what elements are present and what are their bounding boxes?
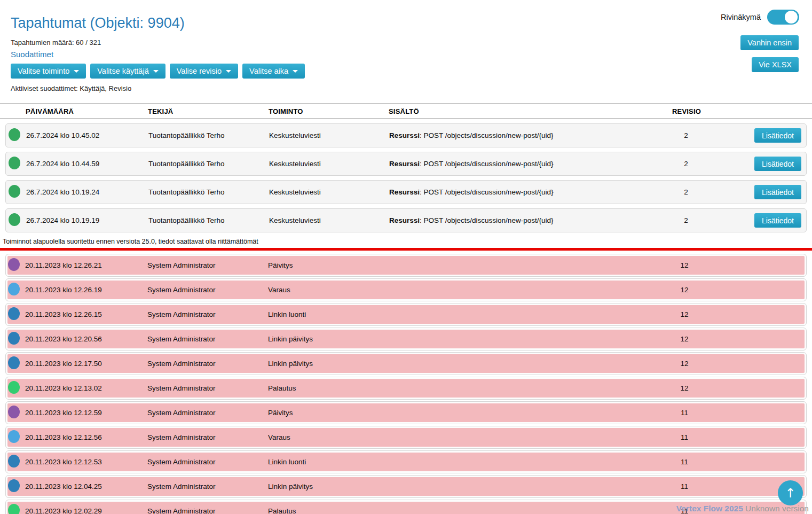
row-revision: 2 <box>657 131 715 139</box>
filter-action-dropdown[interactable]: Valitse toiminto <box>11 64 86 79</box>
chevron-down-icon <box>226 70 231 73</box>
scroll-to-top-button[interactable]: ↑ <box>778 480 803 505</box>
row-date: 26.7.2024 klo 10.44.59 <box>26 160 148 168</box>
row-content: Resurssi: POST /objects/discussion/new-p… <box>389 131 657 139</box>
row-stripe: 20.11.2023 klo 12.12.53 System Administr… <box>7 453 805 471</box>
table-row: 20.11.2023 klo 12.04.25 System Administr… <box>5 475 807 498</box>
brand-name: Vertex Flow 2025 <box>676 504 743 513</box>
row-stripe: 20.11.2023 klo 12.26.19 System Administr… <box>7 281 805 299</box>
table-row: 26.7.2024 klo 10.44.59 Tuotantopäällikkö… <box>5 152 807 176</box>
table-row: 20.11.2023 klo 12.13.02 System Administr… <box>5 377 807 400</box>
arrow-up-icon: ↑ <box>785 486 795 501</box>
row-revision: 12 <box>655 360 714 368</box>
row-action: Linkin päivitys <box>268 335 388 343</box>
row-action: Päivitys <box>268 261 388 269</box>
table-row: 20.11.2023 klo 12.20.56 System Administr… <box>5 328 807 351</box>
row-user: Tuotantopäällikkö Terho <box>148 188 269 196</box>
row-date: 20.11.2023 klo 12.13.02 <box>25 384 147 392</box>
column-header-date: PÄIVÄMÄÄRÄ <box>26 107 148 115</box>
table-row: 20.11.2023 klo 12.12.56 System Administr… <box>5 426 807 449</box>
row-date: 20.11.2023 klo 12.12.56 <box>25 433 147 441</box>
row-stripe: 26.7.2024 klo 10.45.02 Tuotantopäällikkö… <box>6 124 806 147</box>
details-button[interactable]: Lisätiedot <box>754 128 801 143</box>
filter-user-dropdown[interactable]: Valitse käyttäjä <box>90 64 165 79</box>
details-button[interactable]: Lisätiedot <box>754 185 801 199</box>
column-header-revision: REVISIO <box>657 107 716 115</box>
details-button[interactable]: Lisätiedot <box>754 157 801 171</box>
row-user: System Administrator <box>147 409 268 417</box>
row-date: 20.11.2023 klo 12.17.50 <box>25 360 147 368</box>
row-date: 20.11.2023 klo 12.26.19 <box>25 286 147 294</box>
status-dot <box>8 479 20 492</box>
table-row: 20.11.2023 klo 12.26.15 System Administr… <box>5 303 807 326</box>
row-action: Palautus <box>268 507 388 514</box>
status-dot <box>9 157 20 169</box>
row-action: Linkin luonti <box>268 458 388 466</box>
chevron-down-icon <box>153 70 159 73</box>
legacy-warning-divider <box>0 248 812 251</box>
legacy-warning-text: Toiminnot alapuolella suoritettu ennen v… <box>3 238 812 245</box>
row-action: Linkin luonti <box>268 310 388 318</box>
row-action: Varaus <box>268 433 388 441</box>
row-stripe: 26.7.2024 klo 10.44.59 Tuotantopäällikkö… <box>6 152 806 175</box>
row-user: System Administrator <box>147 286 268 294</box>
row-action: Linkin päivitys <box>268 360 388 368</box>
chevron-down-icon <box>293 70 298 73</box>
row-action: Keskusteluviesti <box>269 216 389 224</box>
brand-version: Unknown version <box>745 504 809 513</box>
row-stripe: 20.11.2023 klo 12.13.02 System Administr… <box>7 379 805 398</box>
row-date: 20.11.2023 klo 12.20.56 <box>25 335 147 343</box>
status-dot <box>9 185 20 198</box>
row-action: Palautus <box>268 384 388 392</box>
table-row: 26.7.2024 klo 10.45.02 Tuotantopäällikkö… <box>5 123 807 147</box>
row-date: 26.7.2024 klo 10.19.24 <box>26 188 148 196</box>
row-user: System Administrator <box>147 261 268 269</box>
row-content: Resurssi: POST /objects/discussion/new-p… <box>389 216 657 224</box>
row-revision: 11 <box>655 458 714 466</box>
row-revision: 2 <box>657 188 715 196</box>
row-user: Tuotantopäällikkö Terho <box>148 160 269 168</box>
sort-order-button[interactable]: Vanhin ensin <box>740 35 799 50</box>
filter-revision-dropdown[interactable]: Valise revisio <box>170 64 238 79</box>
row-stripe: 20.11.2023 klo 12.17.50 System Administr… <box>7 354 805 373</box>
row-revision: 11 <box>655 433 714 441</box>
filters-link[interactable]: Suodattimet <box>11 50 53 59</box>
row-view-toggle[interactable] <box>767 10 799 25</box>
status-dot <box>8 332 20 345</box>
status-dot <box>8 455 20 468</box>
row-stripe: 20.11.2023 klo 12.12.56 System Administr… <box>7 428 805 447</box>
row-revision: 11 <box>655 409 714 417</box>
row-revision: 12 <box>655 310 714 318</box>
toggle-knob <box>785 11 798 24</box>
row-user: System Administrator <box>147 458 268 466</box>
row-stripe: 20.11.2023 klo 12.04.25 System Administr… <box>7 477 805 496</box>
row-user: System Administrator <box>147 310 268 318</box>
table-row: 20.11.2023 klo 12.12.59 System Administr… <box>5 401 807 424</box>
row-date: 20.11.2023 klo 12.02.29 <box>25 507 147 514</box>
status-dot <box>8 356 20 369</box>
row-user: System Administrator <box>147 507 268 514</box>
status-dot <box>8 406 20 418</box>
status-dot <box>8 258 20 271</box>
export-xlsx-button[interactable]: Vie XLSX <box>752 57 799 72</box>
row-action: Keskusteluviesti <box>269 160 389 168</box>
status-dot <box>8 307 20 320</box>
row-stripe: 26.7.2024 klo 10.19.19 Tuotantopäällikkö… <box>6 209 806 232</box>
active-filters-text: Aktiiviset suodattimet: Käyttäjä, Revisi… <box>11 84 812 92</box>
row-user: System Administrator <box>147 433 268 441</box>
table-row: 26.7.2024 klo 10.19.19 Tuotantopäällikkö… <box>5 208 807 232</box>
column-header-content: SISÄLTÖ <box>389 107 657 115</box>
row-user: Tuotantopäällikkö Terho <box>148 131 269 139</box>
table-row: 20.11.2023 klo 12.12.53 System Administr… <box>5 450 807 473</box>
row-stripe: 20.11.2023 klo 12.20.56 System Administr… <box>7 330 805 348</box>
row-date: 20.11.2023 klo 12.26.21 <box>25 261 147 269</box>
filter-revision-label: Valise revisio <box>177 67 222 75</box>
filter-time-dropdown[interactable]: Valitse aika <box>242 64 305 79</box>
row-user: Tuotantopäällikkö Terho <box>148 216 269 224</box>
row-revision: 12 <box>655 261 714 269</box>
table-header: PÄIVÄMÄÄRÄ TEKIJÄ TOIMINTO SISÄLTÖ REVIS… <box>0 103 812 119</box>
row-action: Päivitys <box>268 409 388 417</box>
page-title: Tapahtumat (Objekti: 9904) <box>11 15 812 32</box>
details-button[interactable]: Lisätiedot <box>754 213 801 228</box>
row-content: Resurssi: POST /objects/discussion/new-p… <box>389 188 657 196</box>
